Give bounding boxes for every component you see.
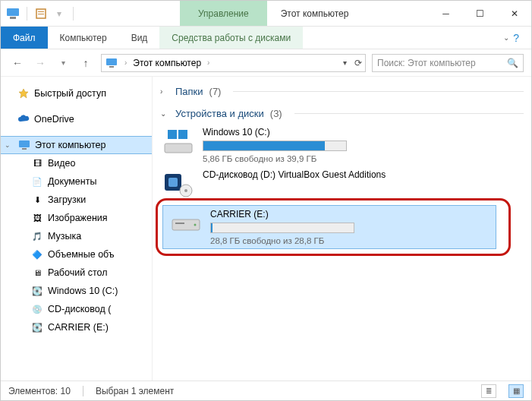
download-icon: ⬇ <box>31 194 43 206</box>
separator <box>73 7 74 21</box>
tab-file[interactable]: Файл <box>1 27 48 49</box>
cloud-icon <box>17 113 30 125</box>
group-count: (7) <box>209 86 222 97</box>
tree-this-pc[interactable]: ⌄ Этот компьютер <box>1 136 152 154</box>
svg-point-19 <box>194 224 197 226</box>
tab-drive-tools[interactable]: Средства работы с дисками <box>159 27 303 49</box>
tree-onedrive[interactable]: OneDrive <box>1 110 152 128</box>
group-label: Устройства и диски <box>175 108 264 119</box>
group-folders[interactable]: › Папки (7) <box>156 80 525 102</box>
status-bar: Элементов: 10 Выбран 1 элемент ≣ ▦ <box>1 380 531 400</box>
minimize-button[interactable]: ─ <box>429 1 463 26</box>
film-icon: 🎞 <box>31 157 43 169</box>
properties-icon[interactable] <box>33 6 49 21</box>
drive-item-c[interactable]: Windows 10 (C:) 5,86 ГБ свободно из 39,9… <box>156 124 490 166</box>
drive-free-text: 28,8 ГБ свободно из 28,8 ГБ <box>210 236 490 245</box>
chevron-right-icon[interactable]: › <box>204 58 212 67</box>
drive-info: Windows 10 (C:) 5,86 ГБ свободно из 39,9… <box>203 127 483 163</box>
chevron-right-icon[interactable]: › <box>121 58 130 67</box>
tab-view[interactable]: Вид <box>119 27 160 49</box>
disc-vbox-icon <box>162 169 195 200</box>
chevron-down-icon: ⌄ <box>160 109 169 118</box>
refresh-icon[interactable]: ⟳ <box>354 58 362 68</box>
expander-icon[interactable]: ⌄ <box>5 141 14 149</box>
undo-icon[interactable]: ▾ <box>52 6 67 21</box>
this-pc-icon <box>18 139 30 151</box>
drive-info: CD-дисковод (D:) VirtualBox Guest Additi… <box>203 169 483 183</box>
window-controls: ─ ☐ ✕ <box>429 1 531 26</box>
tree-label: CARRIER (E:) <box>48 322 109 333</box>
tree-desktop[interactable]: 🖥Рабочий стол <box>1 264 152 282</box>
context-tab-manage[interactable]: Управление <box>180 1 267 26</box>
separator <box>83 386 83 396</box>
view-tiles-icon[interactable]: ▦ <box>508 384 524 398</box>
drive-item-e[interactable]: CARRIER (E:) 28,8 ГБ свободно из 28,8 ГБ <box>162 205 496 249</box>
music-icon: 🎵 <box>31 230 43 242</box>
address-segment[interactable]: Этот компьютер <box>133 58 201 68</box>
search-box[interactable]: Поиск: Этот компьютер 🔍 <box>372 54 524 72</box>
back-button[interactable]: ← <box>8 57 27 69</box>
tree-label: Документы <box>48 176 96 187</box>
desktop-icon: 🖥 <box>31 267 43 279</box>
disc-icon: 💿 <box>31 303 43 315</box>
title-bar: ▾ Управление Этот компьютер ─ ☐ ✕ <box>1 1 531 27</box>
tab-computer[interactable]: Компьютер <box>48 27 119 49</box>
star-icon <box>17 87 30 99</box>
close-button[interactable]: ✕ <box>497 1 531 26</box>
body: Быстрый доступ OneDrive ⌄ Этот компьютер… <box>1 77 531 380</box>
drive-icon <box>169 209 203 239</box>
status-selection: Выбран 1 элемент <box>96 386 174 396</box>
svg-rect-11 <box>168 130 177 139</box>
usage-bar <box>210 223 354 233</box>
dropdown-icon[interactable]: ▾ <box>343 58 347 67</box>
svg-rect-18 <box>175 223 184 224</box>
tree-drive-e[interactable]: 💽CARRIER (E:) <box>1 318 152 336</box>
tree-videos[interactable]: 🎞Видео <box>1 154 152 172</box>
group-label: Папки <box>175 86 203 97</box>
view-details-icon[interactable]: ≣ <box>481 384 496 398</box>
tree-drive-c[interactable]: 💽Windows 10 (C:) <box>1 282 152 300</box>
status-item-count: Элементов: 10 <box>8 386 71 396</box>
tree-drive-cd[interactable]: 💿CD-дисковод ( <box>1 300 152 318</box>
drive-name: CARRIER (E:) <box>210 209 490 219</box>
drive-icon: 💽 <box>31 321 43 333</box>
quick-access-toolbar: ▾ <box>1 1 81 26</box>
maximize-button[interactable]: ☐ <box>463 1 497 26</box>
group-drives[interactable]: ⌄ Устройства и диски (3) <box>156 102 525 124</box>
tree-documents[interactable]: 📄Документы <box>1 172 152 191</box>
recent-locations-dropdown[interactable]: ▾ <box>54 58 72 67</box>
tree-label: Быстрый доступ <box>34 88 106 99</box>
svg-rect-1 <box>10 17 16 19</box>
tree-music[interactable]: 🎵Музыка <box>1 227 152 245</box>
drive-windows-icon <box>162 127 195 157</box>
tree-3d-objects[interactable]: 🔷Объемные объ <box>1 245 152 264</box>
drive-icon: 💽 <box>31 285 43 297</box>
drive-item-cd[interactable]: CD-дисковод (D:) VirtualBox Guest Additi… <box>156 166 490 203</box>
ribbon-expand-toggle[interactable]: ⌄ ? <box>503 27 531 49</box>
address-bar[interactable]: › Этот компьютер › ▾ ⟳ <box>101 54 366 72</box>
explorer-window: ▾ Управление Этот компьютер ─ ☐ ✕ Файл К… <box>0 0 532 401</box>
forward-button[interactable]: → <box>31 57 49 69</box>
svg-rect-12 <box>178 130 187 139</box>
drive-name: CD-дисковод (D:) VirtualBox Guest Additi… <box>203 169 483 180</box>
tree-label: CD-дисковод ( <box>48 304 111 314</box>
tree-label: Windows 10 (C:) <box>48 286 118 296</box>
document-icon: 📄 <box>31 175 43 188</box>
tree-label: Музыка <box>48 231 81 242</box>
tree-label: Загрузки <box>48 194 86 205</box>
ribbon-contextual-group: Управление <box>180 1 267 26</box>
this-pc-icon <box>105 56 118 70</box>
group-count: (3) <box>270 108 282 119</box>
drive-name: Windows 10 (C:) <box>203 127 483 137</box>
tree-pictures[interactable]: 🖼Изображения <box>1 209 152 227</box>
tree-downloads[interactable]: ⬇Загрузки <box>1 191 152 209</box>
help-icon[interactable]: ? <box>513 32 519 44</box>
svg-rect-4 <box>38 14 44 14</box>
drive-info: CARRIER (E:) 28,8 ГБ свободно из 28,8 ГБ <box>210 209 490 245</box>
ribbon-tabs: Файл Компьютер Вид Средства работы с дис… <box>1 27 531 49</box>
tree-label: Рабочий стол <box>48 267 107 278</box>
usage-bar <box>203 141 347 151</box>
up-button[interactable]: ↑ <box>77 57 95 69</box>
tree-quick-access[interactable]: Быстрый доступ <box>1 84 152 103</box>
tree-label: Этот компьютер <box>35 140 105 150</box>
